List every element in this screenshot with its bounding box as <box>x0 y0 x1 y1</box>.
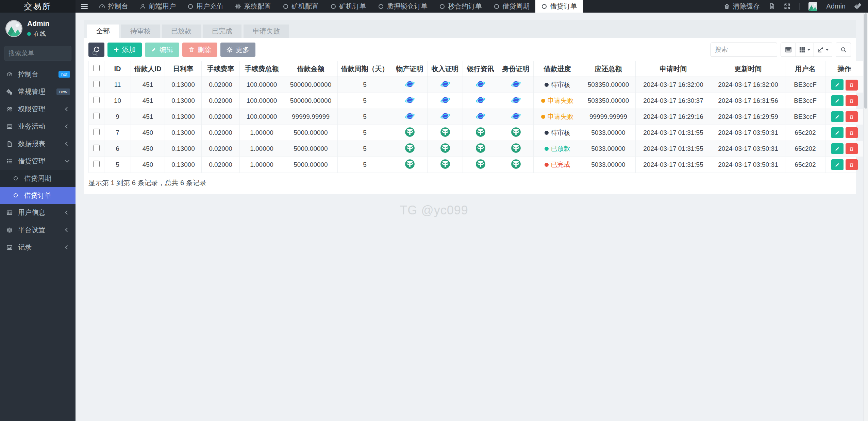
add-button[interactable]: 添加 <box>107 43 142 57</box>
row-checkbox[interactable] <box>93 161 100 167</box>
fullscreen-icon[interactable] <box>784 3 790 10</box>
avatar[interactable] <box>808 2 817 11</box>
row-checkbox[interactable] <box>93 81 100 87</box>
sidebar-subitem-0[interactable]: 借贷周期 <box>0 170 76 187</box>
row-checkbox[interactable] <box>93 129 100 135</box>
cogs-icon[interactable] <box>854 3 861 10</box>
sidebar-item-6[interactable]: 用户信息 <box>0 204 76 221</box>
scrollbar-track[interactable] <box>863 13 868 421</box>
topnav-item-0[interactable]: 控制台 <box>93 0 134 13</box>
planet-icon[interactable] <box>475 111 486 121</box>
row-checkbox[interactable] <box>93 97 100 103</box>
row-edit-button[interactable] <box>831 95 844 106</box>
scrollbar-thumb[interactable] <box>864 13 867 109</box>
topnav-item-1[interactable]: 前端用户 <box>134 0 182 13</box>
tether-icon[interactable] <box>405 127 415 137</box>
tether-icon[interactable] <box>405 143 415 153</box>
tether-icon[interactable] <box>475 159 486 169</box>
document-icon[interactable] <box>769 3 775 10</box>
topnav-item-9[interactable]: 借贷订单 <box>535 0 583 13</box>
clear-cache-button[interactable]: 清除缓存 <box>724 2 760 11</box>
select-all-checkbox[interactable] <box>93 65 100 71</box>
cell-id: 9 <box>104 109 131 125</box>
planet-icon[interactable] <box>511 95 521 105</box>
planet-icon[interactable] <box>511 111 521 121</box>
delete-button[interactable]: 删除 <box>182 43 217 57</box>
tab-1[interactable]: 待审核 <box>121 25 160 38</box>
sidebar-item-2[interactable]: 权限管理 <box>0 100 76 118</box>
row-delete-button[interactable] <box>846 143 858 154</box>
planet-icon[interactable] <box>475 79 486 89</box>
topnav-item-6[interactable]: 质押锁仓订单 <box>372 0 433 13</box>
toggle-view-button[interactable] <box>781 43 796 57</box>
tether-icon[interactable] <box>475 143 486 153</box>
topbar-username[interactable]: Admin <box>826 2 846 10</box>
online-dot-icon <box>27 32 31 36</box>
grid-icon <box>799 47 805 53</box>
topnav-item-7[interactable]: 秒合约订单 <box>433 0 488 13</box>
menu-search-input[interactable] <box>9 50 92 57</box>
tether-icon[interactable] <box>405 159 415 169</box>
row-delete-button[interactable] <box>846 95 858 106</box>
row-delete-button[interactable] <box>846 80 858 91</box>
sidebar-item-8[interactable]: 记录 <box>0 239 76 256</box>
topnav-item-3[interactable]: 系统配置 <box>229 0 277 13</box>
sidebar-toggle-button[interactable] <box>76 0 93 13</box>
tether-icon[interactable] <box>440 143 450 153</box>
tether-icon[interactable] <box>440 159 450 169</box>
new-badge: new <box>56 88 70 95</box>
sidebar-item-7[interactable]: 平台设置 <box>0 221 76 239</box>
sidebar-item-4[interactable]: 数据报表 <box>0 135 76 152</box>
table-search-input[interactable] <box>711 43 777 57</box>
planet-icon[interactable] <box>405 111 415 121</box>
column-header: 手续费总额 <box>240 61 284 77</box>
table-row: 54500.130000.020001.000005000.000005已完成5… <box>89 157 864 173</box>
row-edit-button[interactable] <box>831 111 844 122</box>
planet-icon[interactable] <box>405 95 415 105</box>
planet-icon[interactable] <box>405 79 415 89</box>
planet-icon[interactable] <box>440 95 450 105</box>
topnav-item-8[interactable]: 借贷周期 <box>488 0 535 13</box>
more-button[interactable]: 更多 <box>220 43 255 57</box>
tether-icon[interactable] <box>511 143 521 153</box>
tether-icon[interactable] <box>511 127 521 137</box>
avatar[interactable] <box>5 20 22 37</box>
search-button[interactable] <box>836 43 851 57</box>
cell-username: 65c202 <box>785 125 825 141</box>
pencil-icon <box>835 98 840 103</box>
row-delete-button[interactable] <box>846 127 858 138</box>
columns-button[interactable] <box>796 43 814 57</box>
tether-icon[interactable] <box>511 159 521 169</box>
topnav-item-4[interactable]: 矿机配置 <box>277 0 324 13</box>
cell-actions <box>825 125 864 141</box>
row-edit-button[interactable] <box>831 143 844 154</box>
tab-2[interactable]: 已放款 <box>162 25 201 38</box>
planet-icon[interactable] <box>440 79 450 89</box>
tab-0[interactable]: 全部 <box>87 25 119 38</box>
topnav-item-2[interactable]: 用户充值 <box>182 0 229 13</box>
tab-3[interactable]: 已完成 <box>203 25 241 38</box>
sidebar-item-5[interactable]: 借贷管理 <box>0 152 76 170</box>
sidebar-item-0[interactable]: 控制台hot <box>0 66 76 83</box>
row-checkbox[interactable] <box>93 113 100 119</box>
edit-button[interactable]: 编辑 <box>145 43 179 57</box>
row-edit-button[interactable] <box>831 79 844 90</box>
row-edit-button[interactable] <box>831 127 844 138</box>
tab-4[interactable]: 申请失败 <box>244 25 289 38</box>
planet-icon[interactable] <box>440 111 450 121</box>
cell-fee-rate: 0.02000 <box>202 157 240 173</box>
row-edit-button[interactable] <box>831 159 844 170</box>
plus-icon <box>114 47 119 52</box>
topnav-item-5[interactable]: 矿机订单 <box>324 0 372 13</box>
row-delete-button[interactable] <box>846 159 858 170</box>
planet-icon[interactable] <box>475 95 486 105</box>
sidebar-item-1[interactable]: 常规管理new <box>0 83 76 100</box>
row-delete-button[interactable] <box>846 111 858 122</box>
planet-icon[interactable] <box>511 79 521 89</box>
sidebar-item-3[interactable]: 业务活动 <box>0 118 76 135</box>
export-button[interactable] <box>814 43 832 57</box>
tether-icon[interactable] <box>475 127 486 137</box>
tether-icon[interactable] <box>440 127 450 137</box>
row-checkbox[interactable] <box>93 145 100 151</box>
sidebar-subitem-1[interactable]: 借贷订单 <box>0 187 76 204</box>
